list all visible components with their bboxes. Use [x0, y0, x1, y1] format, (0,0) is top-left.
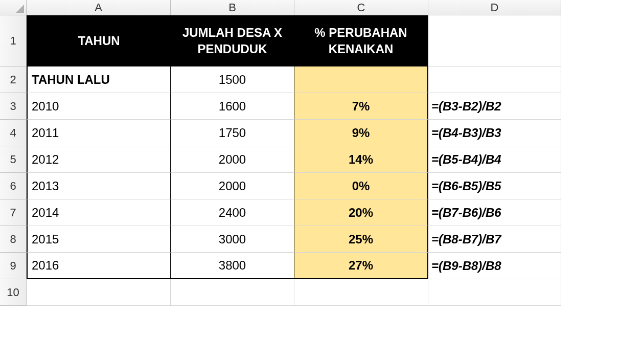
- col-header-B[interactable]: B: [171, 0, 294, 15]
- cell-A7[interactable]: 2014: [27, 199, 171, 226]
- cell-A4[interactable]: 2011: [27, 120, 171, 146]
- col-header-D[interactable]: D: [428, 0, 561, 15]
- row-header-10[interactable]: 10: [0, 279, 27, 306]
- cell-C9[interactable]: 27%: [294, 253, 428, 279]
- cell-B8[interactable]: 3000: [171, 226, 294, 253]
- cell-B2[interactable]: 1500: [171, 66, 294, 93]
- cell-B3[interactable]: 1600: [171, 93, 294, 120]
- row-header-7[interactable]: 7: [0, 199, 27, 226]
- cell-B10[interactable]: [171, 279, 294, 306]
- cell-A9[interactable]: 2016: [27, 253, 171, 279]
- header-cell-tahun[interactable]: TAHUN: [27, 15, 171, 66]
- row-header-2[interactable]: 2: [0, 66, 27, 93]
- cell-D4[interactable]: =(B4-B3)/B3: [428, 120, 561, 146]
- cell-C4[interactable]: 9%: [294, 120, 428, 146]
- cell-B6[interactable]: 2000: [171, 173, 294, 199]
- cell-C5[interactable]: 14%: [294, 146, 428, 173]
- cell-A3[interactable]: 2010: [27, 93, 171, 120]
- cell-D10[interactable]: [428, 279, 561, 306]
- cell-A10[interactable]: [27, 279, 171, 306]
- row-header-1[interactable]: 1: [0, 15, 27, 66]
- row-header-9[interactable]: 9: [0, 253, 27, 279]
- spreadsheet-grid[interactable]: A B C D 1 TAHUN JUMLAH DESA X PENDUDUK %…: [0, 0, 561, 306]
- cell-C6[interactable]: 0%: [294, 173, 428, 199]
- cell-D2[interactable]: [428, 66, 561, 93]
- cell-A5[interactable]: 2012: [27, 146, 171, 173]
- cell-C3[interactable]: 7%: [294, 93, 428, 120]
- cell-A8[interactable]: 2015: [27, 226, 171, 253]
- row-header-5[interactable]: 5: [0, 146, 27, 173]
- cell-B9[interactable]: 3800: [171, 253, 294, 279]
- cell-D9[interactable]: =(B9-B8)/B8: [428, 253, 561, 279]
- cell-B4[interactable]: 1750: [171, 120, 294, 146]
- cell-D6[interactable]: =(B6-B5)/B5: [428, 173, 561, 199]
- row-header-3[interactable]: 3: [0, 93, 27, 120]
- cell-B5[interactable]: 2000: [171, 146, 294, 173]
- cell-A2[interactable]: TAHUN LALU: [27, 66, 171, 93]
- cell-D8[interactable]: =(B8-B7)/B7: [428, 226, 561, 253]
- cell-C7[interactable]: 20%: [294, 199, 428, 226]
- col-header-C[interactable]: C: [294, 0, 428, 15]
- select-all-corner[interactable]: [0, 0, 27, 15]
- cell-B7[interactable]: 2400: [171, 199, 294, 226]
- row-header-4[interactable]: 4: [0, 120, 27, 146]
- row-header-6[interactable]: 6: [0, 173, 27, 199]
- col-header-A[interactable]: A: [27, 0, 171, 15]
- cell-C10[interactable]: [294, 279, 428, 306]
- cell-D1[interactable]: [428, 15, 561, 66]
- cell-A6[interactable]: 2013: [27, 173, 171, 199]
- cell-D7[interactable]: =(B7-B6)/B6: [428, 199, 561, 226]
- cell-D3[interactable]: =(B3-B2)/B2: [428, 93, 561, 120]
- header-cell-jumlah[interactable]: JUMLAH DESA X PENDUDUK: [171, 15, 294, 66]
- cell-C2[interactable]: [294, 66, 428, 93]
- row-header-8[interactable]: 8: [0, 226, 27, 253]
- cell-D5[interactable]: =(B5-B4)/B4: [428, 146, 561, 173]
- cell-C8[interactable]: 25%: [294, 226, 428, 253]
- header-cell-perubahan[interactable]: % PERUBAHAN KENAIKAN: [294, 15, 428, 66]
